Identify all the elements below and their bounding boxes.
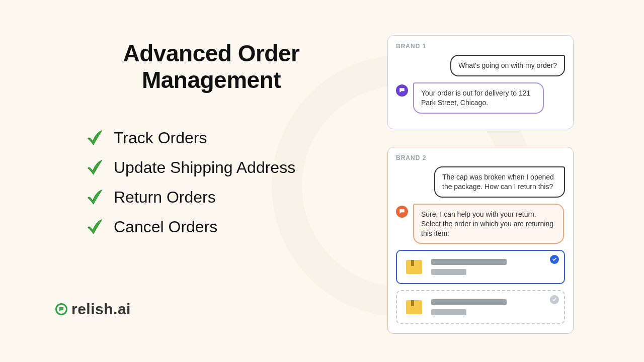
brand-word: relish (71, 301, 113, 317)
check-icon (86, 129, 103, 146)
placeholder-line (431, 299, 507, 305)
chat-bubble-icon (55, 303, 67, 315)
chat-row-user: What's going on with my order? (396, 55, 565, 76)
feature-label: Return Orders (114, 188, 216, 207)
svg-rect-3 (411, 300, 414, 306)
feature-item: Cancel Orders (86, 218, 367, 236)
placeholder-line (431, 259, 507, 265)
brand-suffix: .ai (113, 301, 131, 317)
package-icon (404, 297, 424, 317)
check-icon (86, 159, 103, 176)
feature-label: Track Orders (114, 129, 207, 147)
left-column: Advanced Order Management Track Orders U… (55, 40, 367, 247)
order-option-selected[interactable] (396, 250, 565, 284)
placeholder-line (431, 269, 466, 275)
user-message-bubble: The cap was broken when I opened the pac… (434, 166, 565, 198)
chat-card-brand1: BRAND 1 What's going on with my order? Y… (387, 35, 574, 129)
user-message-bubble: What's going on with my order? (450, 55, 565, 76)
title-line-2: Management (142, 67, 281, 93)
unselected-check-icon (550, 295, 559, 304)
bot-avatar-icon (396, 84, 408, 97)
brand-label: BRAND 2 (396, 154, 565, 161)
feature-item: Track Orders (86, 129, 367, 147)
bot-message-bubble: Sure, I can help you with your return. S… (413, 204, 564, 244)
brand-name: relish.ai (71, 301, 131, 318)
svg-rect-1 (411, 260, 414, 266)
selected-check-icon (550, 255, 559, 264)
feature-item: Update Shipping Address (86, 158, 367, 177)
chat-row-user: The cap was broken when I opened the pac… (396, 166, 565, 198)
feature-list: Track Orders Update Shipping Address Ret… (86, 129, 367, 236)
feature-item: Return Orders (86, 188, 367, 207)
bot-message-bubble: Your order is out for delivery to 121 Pa… (413, 82, 544, 114)
package-icon (404, 257, 424, 277)
brand-label: BRAND 1 (396, 43, 565, 50)
placeholder-line (431, 309, 466, 315)
bot-avatar-icon (396, 206, 408, 218)
order-placeholder (431, 299, 557, 315)
chat-row-bot: Your order is out for delivery to 121 Pa… (396, 82, 565, 114)
chat-row-bot: Sure, I can help you with your return. S… (396, 204, 565, 244)
check-icon (86, 189, 103, 206)
order-placeholder (431, 259, 557, 275)
brand-logo: relish.ai (55, 301, 131, 318)
feature-label: Cancel Orders (114, 218, 217, 236)
feature-label: Update Shipping Address (114, 158, 295, 177)
page-title: Advanced Order Management (55, 40, 367, 94)
title-line-1: Advanced Order (123, 40, 300, 66)
check-icon (86, 218, 103, 235)
chat-card-brand2: BRAND 2 The cap was broken when I opened… (387, 147, 574, 334)
order-option-unselected[interactable] (396, 290, 565, 324)
